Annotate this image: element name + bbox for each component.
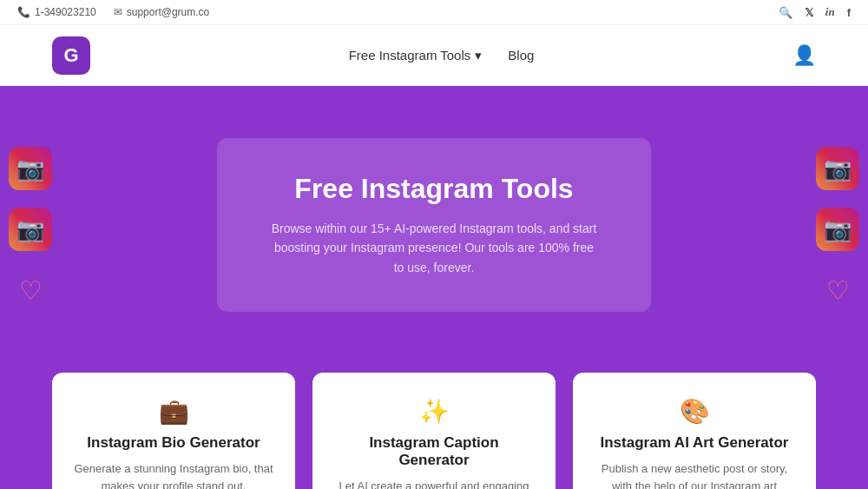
phone-info: 📞 1-349023210 xyxy=(17,6,96,18)
tools-menu[interactable]: Free Instagram Tools ▾ xyxy=(349,48,483,63)
cards-section: 💼 Instagram Bio Generator Generate a stu… xyxy=(0,347,868,489)
card-description: Publish a new aesthetic post or story, w… xyxy=(594,460,795,489)
twitter-icon[interactable]: 𝕏 xyxy=(805,6,813,19)
card-title: Instagram Bio Generator xyxy=(87,434,260,452)
tools-label: Free Instagram Tools xyxy=(349,48,471,63)
logo[interactable]: G xyxy=(52,36,90,75)
navbar: G Free Instagram Tools ▾ Blog 👤 xyxy=(0,25,868,86)
card-title: Instagram AI Art Generator xyxy=(601,434,789,452)
hero-title: Free Instagram Tools xyxy=(269,173,599,205)
card-description: Generate a stunning Instagram bio, that … xyxy=(73,460,274,489)
hero-section: 📷 📷 ♡ 📷 📷 ♡ Free Instagram Tools Browse … xyxy=(0,86,868,347)
linkedin-icon[interactable]: in xyxy=(825,5,835,19)
cards-grid: 💼 Instagram Bio Generator Generate a stu… xyxy=(52,373,816,489)
search-icon[interactable]: 🔍 xyxy=(779,6,792,19)
instagram-icon-right-2: 📷 xyxy=(816,208,859,251)
instagram-icon-left-2: 📷 xyxy=(9,208,52,251)
hero-box: Free Instagram Tools Browse within our 1… xyxy=(217,138,651,312)
phone-number: 1-349023210 xyxy=(35,6,96,18)
nav-menu: Free Instagram Tools ▾ Blog xyxy=(349,48,535,63)
instagram-icon-left-1: 📷 xyxy=(9,147,52,190)
card-icon: ✨ xyxy=(419,397,450,426)
heart-icon-left: ♡ xyxy=(9,268,52,312)
card-description: Let AI create a powerful and engaging ca… xyxy=(333,478,535,489)
card-icon: 🎨 xyxy=(680,397,710,426)
email-icon: ✉ xyxy=(114,6,122,18)
side-icons-left: 📷 📷 ♡ xyxy=(0,138,61,320)
heart-icon-right: ♡ xyxy=(816,268,859,312)
card-title: Instagram Caption Generator xyxy=(333,434,535,469)
instagram-icon-right-1: 📷 xyxy=(816,147,859,190)
logo-box: G xyxy=(52,36,90,75)
chevron-down-icon: ▾ xyxy=(475,48,482,63)
topbar: 📞 1-349023210 ✉ support@grum.co 🔍 𝕏 in f xyxy=(0,0,868,25)
topbar-social: 🔍 𝕏 in f xyxy=(779,5,851,19)
topbar-contact: 📞 1-349023210 ✉ support@grum.co xyxy=(17,6,209,18)
tool-card: 🎨 Instagram AI Art Generator Publish a n… xyxy=(573,373,816,489)
card-icon: 💼 xyxy=(159,397,189,426)
tool-card: 💼 Instagram Bio Generator Generate a stu… xyxy=(52,373,295,489)
hero-description: Browse within our 15+ AI-powered Instagr… xyxy=(269,219,599,277)
facebook-icon[interactable]: f xyxy=(847,6,851,19)
phone-icon: 📞 xyxy=(17,6,30,18)
logo-letter: G xyxy=(63,44,78,67)
tool-card: ✨ Instagram Caption Generator Let AI cre… xyxy=(312,373,556,489)
blog-link[interactable]: Blog xyxy=(508,48,534,63)
email-info: ✉ support@grum.co xyxy=(114,6,210,18)
user-icon[interactable]: 👤 xyxy=(792,44,816,67)
side-icons-right: 📷 📷 ♡ xyxy=(807,138,868,320)
email-address: support@grum.co xyxy=(127,6,210,18)
